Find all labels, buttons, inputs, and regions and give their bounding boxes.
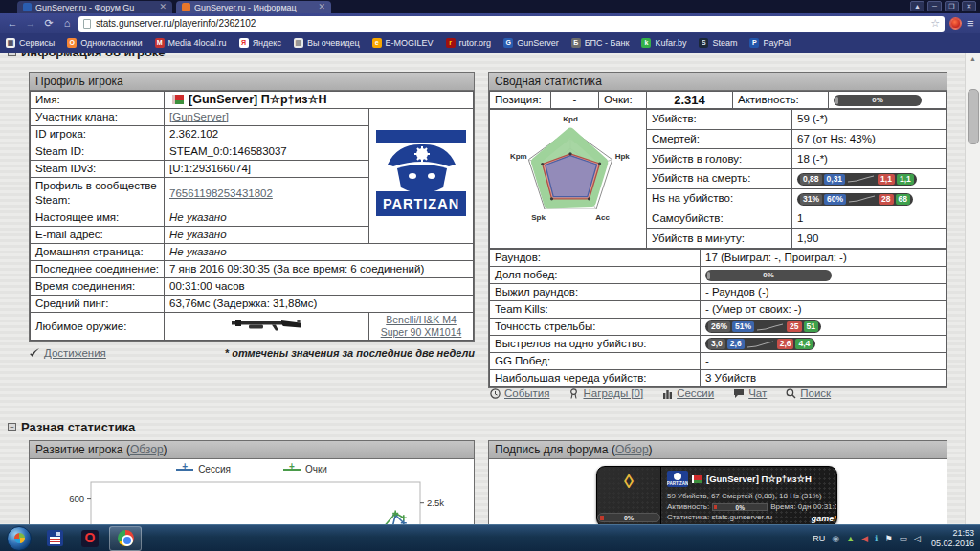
bookmark-item[interactable]: ЯЯндекс — [239, 38, 281, 48]
bookmark-item[interactable]: SSteam — [699, 38, 737, 48]
bookmark-item[interactable]: MMedia 4local.ru — [155, 38, 227, 48]
close-button[interactable]: ✕ — [962, 1, 976, 11]
tab-close-icon[interactable]: ✕ — [159, 3, 167, 11]
badge-self: 0,88 — [800, 174, 822, 185]
clock-icon — [490, 388, 501, 399]
search[interactable]: Поиск — [786, 387, 831, 399]
restore-button[interactable]: ❐ — [945, 1, 959, 11]
sessions[interactable]: Сессии — [662, 387, 714, 399]
events-link[interactable]: События — [504, 387, 549, 399]
bookmark-favicon: e — [372, 38, 382, 48]
collapse-icon[interactable]: − — [8, 53, 16, 56]
summary-row: Доля побед:0% — [490, 267, 947, 284]
summary-row-label: Убийств: — [647, 110, 792, 130]
home-icon[interactable]: ⌂ — [60, 18, 74, 29]
minimize-button[interactable]: ─ — [927, 1, 942, 11]
events[interactable]: События — [490, 387, 549, 399]
action-center-flag-icon[interactable]: ⚑ — [884, 534, 892, 543]
profile-row-label: Домашняя страница: — [31, 244, 165, 261]
language-indicator[interactable]: RU — [813, 534, 825, 543]
info-tray-icon[interactable]: ℹ — [875, 534, 878, 543]
bookmark-item[interactable]: rrutor.org — [446, 38, 492, 48]
volume-icon[interactable]: ◁ — [914, 534, 921, 543]
badge-low: 1,1 — [878, 174, 895, 185]
bookmark-item[interactable]: PPayPal — [749, 38, 791, 48]
bookmark-item[interactable]: OОдноклассники — [67, 38, 142, 48]
chat-link[interactable]: Чат — [748, 387, 767, 399]
summary-row-value: 31%60%2868 — [792, 188, 947, 209]
taskbar-clock[interactable]: 21:53 05.02.2016 — [927, 528, 974, 549]
tab-playerinfo[interactable]: GunServer.ru - Информац ✕ — [176, 1, 331, 13]
tab-favicon-stats-icon — [182, 3, 190, 11]
chat[interactable]: Чат — [733, 387, 767, 399]
signature-overview-link[interactable]: Обзор — [615, 443, 649, 456]
taskbar-app-opera[interactable]: O — [74, 526, 106, 551]
bookmark-star-icon[interactable]: ☆ — [930, 17, 940, 30]
refresh-icon[interactable]: ⟳ — [42, 18, 56, 29]
rank-insignia-icon: ◊ — [624, 472, 634, 491]
sessions-link[interactable]: Сессии — [677, 387, 714, 399]
tab-strip: GunServer.ru - Форум Gu ✕ GunServer.ru -… — [0, 0, 980, 13]
signature-rank-block: ◊ 0% — [597, 467, 661, 524]
stat-badges: 0,880,311,11,1 — [797, 173, 917, 186]
bookmark-label: rutor.org — [459, 38, 492, 48]
browser-toolbar: ← → ⟳ ⌂ stats.gunserver.ru/playerinfo/23… — [0, 13, 980, 33]
page-scrollbar[interactable]: ▲ — [965, 53, 980, 524]
profile-link[interactable]: [GunServer] — [169, 111, 229, 122]
scrollbar-thumb[interactable] — [968, 89, 979, 144]
awards-link[interactable]: Награды [0] — [583, 387, 643, 399]
taskbar-app-chrome[interactable] — [109, 526, 142, 551]
search-link[interactable]: Поиск — [800, 387, 831, 399]
bookmark-item[interactable]: ▤Вы очевидец — [294, 38, 360, 48]
summary-row-label: Доля побед: — [490, 267, 701, 284]
legend-session: Сессия — [176, 464, 231, 474]
weapon-link[interactable]: Benelli/H&K M4 Super 90 XM1014 — [381, 314, 462, 338]
summary-row-value: 18 (-*) — [792, 149, 947, 169]
bookmark-item[interactable]: ▦Сервисы — [6, 38, 55, 48]
development-overview-link[interactable]: Обзор — [130, 443, 164, 456]
radar-chart: KpdHpkAccSpkKpm — [490, 110, 645, 244]
url-text[interactable]: stats.gunserver.ru/playerinfo/2362102 — [96, 18, 925, 29]
tab-close-icon[interactable]: ✕ — [318, 3, 325, 11]
bookmark-item[interactable]: ББПС - Банк — [571, 38, 630, 48]
antivirus-tray-icon[interactable]: ▲ — [846, 534, 855, 543]
menu-icon[interactable]: ≡ — [967, 17, 974, 30]
signature-info-block: PARTIZAN [GunServer] П☆р†из☆Н 59 Убийств… — [661, 467, 837, 524]
summary-top-row: Позиция: - Очки: 2.314 Активность: 0% — [490, 92, 947, 109]
awards[interactable]: Награды [0] — [568, 387, 643, 399]
achievements[interactable]: Достижения — [29, 347, 106, 359]
position-value: - — [551, 92, 599, 109]
tab-favicon-gunserver-icon — [23, 3, 32, 11]
profile-row-label: Любимое оружие: — [31, 313, 165, 341]
steam-tray-icon[interactable]: ◉ — [832, 534, 839, 543]
achievements-link[interactable]: Достижения — [44, 347, 106, 359]
summary-row: Team Kills:- (Умер от своих: -) — [490, 301, 947, 319]
forward-icon[interactable]: → — [24, 18, 37, 29]
taskbar-app-files[interactable] — [38, 526, 71, 551]
badge-low: 2,6 — [777, 339, 794, 349]
summary-row-label: Team Kills: — [490, 301, 701, 319]
bookmark-item[interactable]: GGunServer — [503, 38, 559, 48]
profile-row: Участник клана:[GunServer] PARTIZAN — [31, 109, 474, 126]
extension-icon[interactable] — [949, 17, 962, 30]
scrollbar-up-icon[interactable]: ▲ — [966, 53, 980, 65]
player-tray-icon[interactable]: ◀ — [861, 534, 868, 543]
bookmark-item[interactable]: kKufar.by — [641, 38, 686, 48]
profile-row-label: Настоящее имя: — [31, 209, 165, 227]
summary-side-body: KpdHpkAccSpkKpmУбийств:59 (-*)Смертей:67… — [490, 110, 947, 249]
signature-avatar-thumb: PARTIZAN — [667, 471, 688, 487]
taskbar: O RU ◉ ▲ ◀ ℹ ⚑ ▭ ◁ 21:53 05.02.2016 — [0, 524, 980, 551]
collapse-icon[interactable]: − — [8, 423, 16, 431]
start-button[interactable] — [7, 526, 32, 551]
forum-signature-card: ◊ 0% PARTIZAN [GunServer] П☆р†из☆Н 59 Уб… — [596, 466, 837, 524]
bookmark-favicon: Б — [571, 38, 581, 48]
window-uparrow-button[interactable]: ▲ — [910, 1, 924, 11]
tab-forum[interactable]: GunServer.ru - Форум Gu ✕ — [17, 1, 172, 13]
address-bar[interactable]: stats.gunserver.ru/playerinfo/2362102 ☆ — [78, 16, 945, 32]
activity-label: Активность: — [733, 92, 829, 109]
back-icon[interactable]: ← — [6, 18, 19, 29]
bookmark-item[interactable]: eE-MOGILEV — [372, 38, 434, 48]
network-icon[interactable]: ▭ — [900, 534, 908, 543]
summary-row-label: Убийств в голову: — [647, 149, 792, 169]
profile-link[interactable]: 76561198253431802 — [169, 187, 273, 199]
